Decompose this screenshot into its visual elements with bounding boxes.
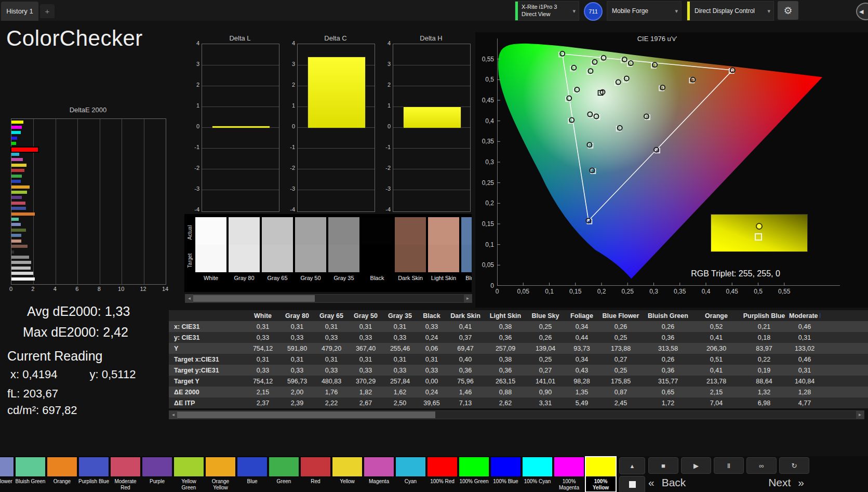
meter-dropdown[interactable]: X-Rite i1Pro 3 Direct View ▾ — [515, 1, 579, 21]
cie-x-tick: 0,05 — [514, 288, 532, 295]
delta-y-tick: 2 — [282, 82, 295, 88]
patch-tiles: Blue FlowerBluish GreenOrangePurplish Bl… — [0, 457, 617, 492]
patch-swatch-white[interactable]: White — [195, 217, 226, 281]
table-cell: 0,31 — [383, 356, 417, 363]
table-cell: 0,33 — [280, 334, 314, 341]
back-button[interactable]: « Back — [648, 476, 686, 489]
patch-swatch-blue-sky[interactable]: Blue Sky — [461, 217, 472, 281]
swatch-actual — [395, 217, 426, 245]
stop-button[interactable]: ■ — [648, 457, 678, 474]
delta-y-tick: 3 — [377, 61, 391, 67]
scroll-right-icon[interactable]: ► — [464, 295, 472, 302]
swatch-name: Light Skin — [428, 275, 459, 281]
swatch-strip-scrollbar[interactable]: ◄ ► — [185, 294, 472, 303]
play-button[interactable]: ▶ — [681, 457, 711, 474]
swatch-actual — [428, 217, 459, 245]
patch-swatch-gray-80[interactable]: Gray 80 — [229, 217, 260, 281]
scroll-up-button[interactable]: ▲ — [619, 457, 645, 474]
table-cell: 0,31 — [246, 356, 280, 363]
patch-tile-cyan[interactable]: Cyan — [395, 457, 426, 492]
next-button[interactable]: Next » — [768, 476, 804, 489]
patch-swatch-dark-skin[interactable]: Dark Skin — [395, 217, 426, 281]
patch-tile-red[interactable]: Red — [300, 457, 331, 492]
swatch-scroll-track[interactable] — [193, 295, 464, 302]
deltae-bar-100-red — [11, 148, 38, 152]
patch-tile-100-red[interactable]: 100% Red — [427, 457, 458, 492]
delta-y-tick: -3 — [186, 185, 199, 192]
table-row-label: ΔE 2000 — [169, 389, 246, 396]
pause-button[interactable]: Ⅱ — [714, 457, 744, 474]
patch-selection-bar: Blue FlowerBluish GreenOrangePurplish Bl… — [0, 456, 868, 492]
deltae-bar-yellow-green — [11, 191, 27, 194]
loop-button[interactable]: ∞ — [746, 457, 777, 474]
patch-tile-green[interactable]: Green — [269, 457, 299, 492]
table-cell: 2,15 — [246, 389, 280, 396]
table-scroll-track[interactable] — [177, 411, 856, 419]
patch-swatch-gray-65[interactable]: Gray 65 — [262, 217, 293, 281]
deltae-bar-cyan — [11, 153, 19, 156]
table-row: ΔE ITP2,372,392,222,672,5039,657,132,623… — [169, 397, 868, 408]
add-tab-button[interactable]: + — [40, 4, 55, 18]
scroll-left-icon[interactable]: ◄ — [185, 295, 193, 302]
patch-tile-blue[interactable]: Blue — [237, 457, 268, 492]
table-cell: 0,36 — [485, 334, 526, 341]
table-scrollbar[interactable]: ◄ ► — [169, 410, 864, 419]
swatch-scroll-thumb[interactable] — [193, 295, 315, 302]
patch-tile-100-cyan[interactable]: 100% Cyan — [522, 457, 553, 492]
patch-tile-bluish-green[interactable]: Bluish Green — [15, 457, 46, 492]
cie-y-tick: 0,3 — [477, 158, 494, 166]
table-cell: 0,31 — [246, 323, 280, 330]
table-header-purplish-blue: Purplish Blue — [739, 312, 789, 320]
patch-tile-magenta[interactable]: Magenta — [364, 457, 394, 492]
patch-tile-purple[interactable]: Purple — [142, 457, 172, 492]
table-cell: 0,26 — [643, 356, 693, 363]
delta-y-tick: -3 — [377, 185, 391, 192]
source-dropdown[interactable]: Mobile Forge ▾ — [607, 1, 682, 21]
collapse-panel-button[interactable]: ◀ — [856, 3, 868, 20]
meter-count-badge[interactable]: 711 — [584, 2, 603, 21]
patch-tile-orange-yellow[interactable]: Orange Yellow — [205, 457, 236, 492]
cie-x-tick: 0,2 — [593, 288, 610, 295]
patch-tile-100-magenta[interactable]: 100% Magenta — [554, 457, 584, 492]
patch-tile-yellow[interactable]: Yellow — [332, 457, 363, 492]
patch-tile-100-blue[interactable]: 100% Blue — [490, 457, 521, 492]
patch-tile-100-yellow[interactable]: 100% Yellow — [585, 457, 616, 492]
scroll-left-icon[interactable]: ◄ — [169, 411, 177, 419]
deltae-bar-moderate-red — [11, 202, 25, 205]
delta-y-tick: -4 — [282, 206, 295, 212]
table-cell: 7,04 — [693, 400, 739, 407]
table-header-gray-50: Gray 50 — [349, 312, 383, 320]
delta-y-tick: -4 — [377, 206, 391, 212]
scroll-right-icon[interactable]: ► — [856, 411, 864, 419]
patch-tile-yellow-green[interactable]: Yellow Green — [173, 457, 204, 492]
patch-tile-blue-flower[interactable]: Blue Flower — [0, 457, 14, 492]
tab-history-1[interactable]: History 1 — [1, 2, 38, 21]
table-scroll-thumb[interactable] — [177, 411, 435, 418]
patch-tile-purplish-blue[interactable]: Purplish Blue — [78, 457, 109, 492]
table-cell: 0,31 — [349, 356, 383, 363]
patch-swatch-black[interactable]: Black — [362, 217, 393, 281]
table-cell: 0,33 — [349, 334, 383, 341]
table-cell: 2,39 — [280, 400, 314, 407]
settings-button[interactable]: ⚙ — [778, 1, 798, 20]
table-cell: 0,40 — [446, 356, 485, 363]
patch-swatch-gray-35[interactable]: Gray 35 — [328, 217, 359, 281]
patch-swatch-gray-50[interactable]: Gray 50 — [295, 217, 326, 281]
table-cell: 0,25 — [526, 356, 565, 363]
patch-swatch-light-skin[interactable]: Light Skin — [428, 217, 459, 281]
table-cell: 83,97 — [739, 345, 789, 352]
swatch-name: Blue Sky — [461, 275, 472, 281]
refresh-button[interactable]: ↻ — [779, 457, 809, 474]
patch-tile-moderate-red[interactable]: Moderate Red — [110, 457, 141, 492]
delta-y-tick: 0 — [282, 123, 295, 129]
deltae-gridline — [33, 119, 34, 284]
patch-tile-orange[interactable]: Orange — [47, 457, 77, 492]
deltae-bar-purplish-blue — [11, 207, 26, 210]
display-control-dropdown[interactable]: Direct Display Control ▾ — [687, 1, 774, 21]
display-control-label: Direct Display Control — [690, 7, 764, 15]
swatch-name: Gray 50 — [295, 275, 326, 281]
table-cell: 69,47 — [446, 345, 485, 352]
pattern-window-button[interactable] — [619, 476, 645, 492]
patch-tile-100-green[interactable]: 100% Green — [459, 457, 489, 492]
patch-tile-color — [300, 457, 331, 477]
